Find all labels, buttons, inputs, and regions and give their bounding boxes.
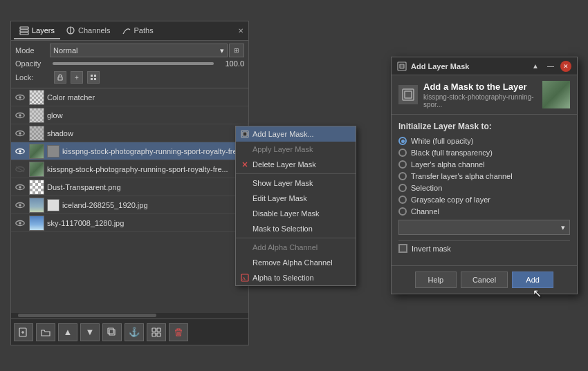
layer-item[interactable]: glow <box>11 106 248 124</box>
tab-channels[interactable]: Channels <box>60 23 116 39</box>
menu-add-layer-mask[interactable]: Add Layer Mask... <box>236 126 356 142</box>
menu-item-label: Disable Layer Mask <box>252 209 320 218</box>
help-button[interactable]: Help <box>415 272 457 288</box>
visibility-toggle[interactable] <box>14 181 26 193</box>
layer-name: iceland-268255_1920.jpg <box>62 201 246 209</box>
menu-disable-layer-mask[interactable]: Disable Layer Mask <box>236 206 356 221</box>
lock-position-btn[interactable]: + <box>71 71 83 84</box>
menu-show-layer-mask[interactable]: Show Layer Mask <box>236 175 356 191</box>
visibility-toggle[interactable] <box>14 145 26 158</box>
menu-add-alpha-channel[interactable]: Add Alpha Channel <box>236 240 356 255</box>
mode-extra-btn[interactable]: ⊞ <box>229 44 244 57</box>
layer-item[interactable]: shadow <box>11 124 248 142</box>
panel-toolbar: ▲ ▼ ⚓ <box>11 318 248 345</box>
radio-layers-alpha[interactable]: Layer's alpha channel <box>398 160 570 169</box>
cancel-button[interactable]: Cancel <box>461 272 508 288</box>
layer-item[interactable]: Color matcher <box>11 88 248 106</box>
open-btn[interactable] <box>36 323 55 341</box>
menu-item-label: Apply Layer Mask <box>252 145 313 153</box>
radio-black-transparency[interactable]: Black (full transparency) <box>398 149 570 157</box>
radio-grayscale-copy[interactable]: Grayscale copy of layer <box>398 196 570 204</box>
opacity-slider[interactable] <box>53 62 214 65</box>
duplicate-btn[interactable] <box>102 323 122 341</box>
radio-indicator <box>398 149 407 157</box>
visibility-toggle[interactable] <box>14 217 26 229</box>
dialog-maximize-btn[interactable]: — <box>545 61 556 72</box>
invert-mask-label: Invert mask <box>412 245 451 253</box>
menu-apply-layer-mask[interactable]: Apply Layer Mask <box>236 142 356 157</box>
layer-name: kisspng-stock-photography-running-sport-… <box>62 147 246 155</box>
delete-layer-btn[interactable] <box>169 323 188 341</box>
menu-edit-layer-mask[interactable]: Edit Layer Mask <box>236 191 356 206</box>
svg-rect-2 <box>20 32 28 35</box>
radio-indicator <box>398 160 407 169</box>
dialog-buttons: Help Cancel Add <box>392 265 577 294</box>
tab-paths[interactable]: Paths <box>116 23 159 39</box>
lock-pixel-btn[interactable] <box>54 71 66 84</box>
svg-rect-9 <box>94 78 96 80</box>
merge-btn[interactable] <box>147 323 166 341</box>
layer-thumbnail <box>29 162 44 177</box>
visibility-toggle[interactable] <box>14 199 26 211</box>
channel-dropdown[interactable]: ▾ <box>398 220 570 235</box>
dialog-body: Initialize Layer Mask to: White (full op… <box>392 115 577 265</box>
layer-item[interactable]: sky-1117008_1280.jpg <box>11 214 248 232</box>
dialog-header-text: Add a Mask to the Layer kisspng-stock-ph… <box>423 82 537 108</box>
dialog-minimize-btn[interactable]: ▲ <box>530 61 541 72</box>
new-layer-btn[interactable] <box>14 323 33 341</box>
svg-rect-44 <box>405 91 412 98</box>
menu-item-label: Remove Alpha Channel <box>252 258 333 267</box>
dialog-title: Add Layer Mask <box>411 62 526 70</box>
svg-point-13 <box>19 114 21 117</box>
dialog-close-btn[interactable]: ✕ <box>560 61 571 72</box>
layers-list: Color matcher glow shadow kisspng-stock- <box>11 88 248 313</box>
menu-remove-alpha-channel[interactable]: Remove Alpha Channel <box>236 255 356 270</box>
svg-point-23 <box>19 204 21 207</box>
layer-name: glow <box>47 111 246 120</box>
init-mask-label: Initialize Layer Mask to: <box>398 122 570 131</box>
dropdown-chevron-icon: ▾ <box>561 223 565 232</box>
radio-selection[interactable]: Selection <box>398 184 570 192</box>
lock-all-btn[interactable] <box>87 71 100 84</box>
visibility-toggle[interactable] <box>14 109 26 122</box>
panel-close-btn[interactable]: ✕ <box>236 26 246 36</box>
panel-tabs: Layers Channels Paths ✕ <box>11 21 248 41</box>
layer-item[interactable]: Dust-Transparent.png <box>11 178 248 196</box>
panel-scrollbar[interactable] <box>11 313 248 318</box>
channel-dropdown-row: ▾ <box>398 220 570 235</box>
layer-item[interactable]: kisspng-stock-photography-running-sport-… <box>11 142 248 160</box>
visibility-toggle[interactable] <box>14 91 26 104</box>
move-down-btn[interactable]: ▼ <box>80 323 100 341</box>
invert-mask-checkbox[interactable] <box>398 244 407 253</box>
layer-item[interactable]: iceland-268255_1920.jpg <box>11 196 248 214</box>
radio-label: Layer's alpha channel <box>411 160 485 169</box>
dialog-header-subtitle: kisspng-stock-photography-running-spor..… <box>423 93 537 108</box>
svg-rect-33 <box>152 333 156 336</box>
radio-transfer-alpha[interactable]: Transfer layer's alpha channel <box>398 172 570 180</box>
menu-alpha-to-selection[interactable]: A Alpha to Selection <box>236 270 356 285</box>
visibility-toggle[interactable] <box>14 127 26 140</box>
svg-point-25 <box>19 222 21 225</box>
layer-name: Color matcher <box>47 93 246 102</box>
dialog-header-title: Add a Mask to the Layer <box>423 82 537 92</box>
layer-thumbnail <box>29 108 44 123</box>
layer-item[interactable]: kisspng-stock-photography-running-sport-… <box>11 160 248 178</box>
radio-white-opacity[interactable]: White (full opacity) <box>398 137 570 145</box>
move-up-btn[interactable]: ▲ <box>58 323 77 341</box>
radio-label: Channel <box>411 207 439 216</box>
add-button[interactable]: Add <box>512 272 553 288</box>
radio-indicator <box>398 184 407 192</box>
visibility-toggle[interactable] <box>14 163 26 175</box>
radio-indicator <box>398 137 407 145</box>
svg-text:A: A <box>242 276 246 281</box>
anchor-btn[interactable]: ⚓ <box>125 323 144 341</box>
menu-mask-to-selection[interactable]: Mask to Selection <box>236 221 356 236</box>
invert-mask-row: Invert mask <box>398 240 570 253</box>
tab-layers[interactable]: Layers <box>14 23 60 39</box>
menu-delete-layer-mask[interactable]: Delete Layer Mask <box>236 157 356 172</box>
radio-channel[interactable]: Channel <box>398 207 570 216</box>
svg-rect-32 <box>157 328 160 332</box>
mode-select[interactable]: Normal ▾ <box>50 44 228 57</box>
mode-value: Normal <box>53 46 77 55</box>
svg-rect-31 <box>152 328 156 332</box>
